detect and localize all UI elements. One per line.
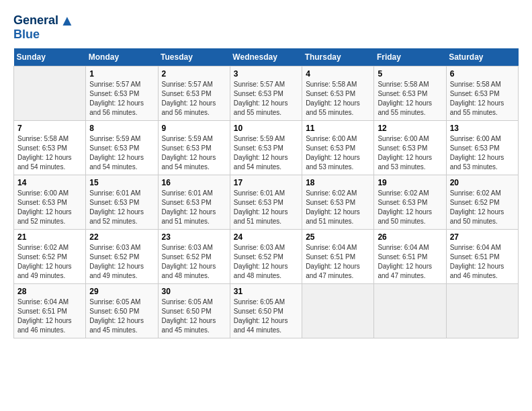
calendar-cell: 18Sunrise: 6:02 AM Sunset: 6:53 PM Dayli… [302, 175, 374, 229]
day-number: 31 [234, 287, 298, 296]
calendar-week-2: 7Sunrise: 5:58 AM Sunset: 6:53 PM Daylig… [14, 120, 519, 175]
day-header-monday: Monday [86, 48, 158, 66]
calendar-cell: 23Sunrise: 6:03 AM Sunset: 6:52 PM Dayli… [158, 229, 230, 283]
calendar-cell: 3Sunrise: 5:57 AM Sunset: 6:53 PM Daylig… [230, 66, 302, 120]
day-number: 13 [450, 124, 515, 133]
day-info: Sunrise: 5:58 AM Sunset: 6:53 PM Dayligh… [450, 80, 515, 118]
day-info: Sunrise: 5:58 AM Sunset: 6:53 PM Dayligh… [378, 80, 442, 118]
calendar-cell: 19Sunrise: 6:02 AM Sunset: 6:53 PM Dayli… [374, 175, 446, 229]
calendar-cell: 17Sunrise: 6:01 AM Sunset: 6:53 PM Dayli… [230, 175, 302, 229]
day-info: Sunrise: 6:05 AM Sunset: 6:50 PM Dayligh… [89, 298, 154, 335]
day-info: Sunrise: 5:58 AM Sunset: 6:53 PM Dayligh… [306, 80, 370, 118]
calendar-cell: 1Sunrise: 5:57 AM Sunset: 6:53 PM Daylig… [86, 66, 158, 120]
day-info: Sunrise: 6:02 AM Sunset: 6:52 PM Dayligh… [17, 243, 82, 281]
day-info: Sunrise: 6:00 AM Sunset: 6:53 PM Dayligh… [306, 134, 370, 172]
day-info: Sunrise: 6:03 AM Sunset: 6:52 PM Dayligh… [162, 243, 226, 281]
logo: General ▲ Blue [13, 13, 75, 42]
day-header-wednesday: Wednesday [230, 48, 302, 66]
day-info: Sunrise: 6:00 AM Sunset: 6:53 PM Dayligh… [450, 134, 515, 172]
day-number: 10 [234, 124, 298, 133]
calendar-cell: 2Sunrise: 5:57 AM Sunset: 6:53 PM Daylig… [158, 66, 230, 120]
calendar-cell: 22Sunrise: 6:03 AM Sunset: 6:52 PM Dayli… [86, 229, 158, 283]
calendar-cell: 29Sunrise: 6:05 AM Sunset: 6:50 PM Dayli… [86, 283, 158, 338]
day-info: Sunrise: 6:04 AM Sunset: 6:51 PM Dayligh… [306, 243, 370, 281]
calendar-cell [14, 66, 86, 120]
calendar-cell: 24Sunrise: 6:03 AM Sunset: 6:52 PM Dayli… [230, 229, 302, 283]
day-header-sunday: Sunday [14, 48, 86, 66]
calendar-cell: 21Sunrise: 6:02 AM Sunset: 6:52 PM Dayli… [14, 229, 86, 283]
day-number: 18 [306, 178, 370, 187]
day-header-saturday: Saturday [446, 48, 518, 66]
day-info: Sunrise: 6:03 AM Sunset: 6:52 PM Dayligh… [89, 243, 154, 281]
calendar-cell: 28Sunrise: 6:04 AM Sunset: 6:51 PM Dayli… [14, 283, 86, 338]
day-info: Sunrise: 5:57 AM Sunset: 6:53 PM Dayligh… [162, 80, 226, 118]
calendar-cell: 20Sunrise: 6:02 AM Sunset: 6:52 PM Dayli… [446, 175, 518, 229]
day-info: Sunrise: 5:57 AM Sunset: 6:53 PM Dayligh… [89, 80, 154, 118]
day-info: Sunrise: 6:03 AM Sunset: 6:52 PM Dayligh… [234, 243, 298, 281]
calendar-cell: 6Sunrise: 5:58 AM Sunset: 6:53 PM Daylig… [446, 66, 518, 120]
calendar-cell [302, 283, 374, 338]
calendar-week-3: 14Sunrise: 6:00 AM Sunset: 6:53 PM Dayli… [14, 175, 519, 229]
calendar-cell: 8Sunrise: 5:59 AM Sunset: 6:53 PM Daylig… [86, 120, 158, 175]
day-number: 8 [89, 124, 154, 133]
day-number: 1 [89, 69, 154, 79]
day-number: 3 [234, 69, 298, 79]
calendar-cell: 26Sunrise: 6:04 AM Sunset: 6:51 PM Dayli… [374, 229, 446, 283]
day-number: 15 [89, 178, 154, 187]
day-info: Sunrise: 6:02 AM Sunset: 6:53 PM Dayligh… [306, 189, 370, 226]
calendar-header: SundayMondayTuesdayWednesdayThursdayFrid… [14, 48, 519, 66]
calendar-cell [446, 283, 518, 338]
day-header-thursday: Thursday [302, 48, 374, 66]
calendar-cell: 14Sunrise: 6:00 AM Sunset: 6:53 PM Dayli… [14, 175, 86, 229]
calendar-table: SundayMondayTuesdayWednesdayThursdayFrid… [13, 48, 519, 338]
calendar-cell [374, 283, 446, 338]
day-info: Sunrise: 6:00 AM Sunset: 6:53 PM Dayligh… [378, 134, 442, 172]
day-number: 27 [450, 232, 515, 242]
day-info: Sunrise: 5:59 AM Sunset: 6:53 PM Dayligh… [89, 134, 154, 172]
day-info: Sunrise: 6:02 AM Sunset: 6:52 PM Dayligh… [450, 189, 515, 226]
day-number: 2 [162, 69, 226, 79]
day-number: 5 [378, 69, 442, 79]
day-info: Sunrise: 5:59 AM Sunset: 6:53 PM Dayligh… [234, 134, 298, 172]
calendar-cell: 12Sunrise: 6:00 AM Sunset: 6:53 PM Dayli… [374, 120, 446, 175]
calendar-cell: 30Sunrise: 6:05 AM Sunset: 6:50 PM Dayli… [158, 283, 230, 338]
day-number: 14 [17, 178, 82, 187]
day-info: Sunrise: 6:01 AM Sunset: 6:53 PM Dayligh… [89, 189, 154, 226]
calendar-cell: 16Sunrise: 6:01 AM Sunset: 6:53 PM Dayli… [158, 175, 230, 229]
day-info: Sunrise: 6:05 AM Sunset: 6:50 PM Dayligh… [162, 298, 226, 335]
day-number: 24 [234, 232, 298, 242]
day-header-tuesday: Tuesday [158, 48, 230, 66]
page-header: General ▲ Blue [13, 13, 519, 42]
day-number: 7 [17, 124, 82, 133]
logo-text-general: General [13, 14, 58, 28]
calendar-cell: 31Sunrise: 6:05 AM Sunset: 6:50 PM Dayli… [230, 283, 302, 338]
day-info: Sunrise: 6:01 AM Sunset: 6:53 PM Dayligh… [234, 189, 298, 226]
day-info: Sunrise: 6:01 AM Sunset: 6:53 PM Dayligh… [162, 189, 226, 226]
day-number: 25 [306, 232, 370, 242]
day-number: 20 [450, 178, 515, 187]
day-number: 22 [89, 232, 154, 242]
day-number: 17 [234, 178, 298, 187]
calendar-week-1: 1Sunrise: 5:57 AM Sunset: 6:53 PM Daylig… [14, 66, 519, 120]
day-info: Sunrise: 6:00 AM Sunset: 6:53 PM Dayligh… [17, 189, 82, 226]
calendar-cell: 5Sunrise: 5:58 AM Sunset: 6:53 PM Daylig… [374, 66, 446, 120]
calendar-cell: 13Sunrise: 6:00 AM Sunset: 6:53 PM Dayli… [446, 120, 518, 175]
day-info: Sunrise: 5:57 AM Sunset: 6:53 PM Dayligh… [234, 80, 298, 118]
calendar-cell: 7Sunrise: 5:58 AM Sunset: 6:53 PM Daylig… [14, 120, 86, 175]
calendar-cell: 9Sunrise: 5:59 AM Sunset: 6:53 PM Daylig… [158, 120, 230, 175]
day-info: Sunrise: 6:04 AM Sunset: 6:51 PM Dayligh… [378, 243, 442, 281]
day-info: Sunrise: 6:04 AM Sunset: 6:51 PM Dayligh… [450, 243, 515, 281]
day-number: 4 [306, 69, 370, 79]
day-info: Sunrise: 5:58 AM Sunset: 6:53 PM Dayligh… [17, 134, 82, 172]
day-number: 29 [89, 287, 154, 296]
calendar-cell: 25Sunrise: 6:04 AM Sunset: 6:51 PM Dayli… [302, 229, 374, 283]
day-number: 30 [162, 287, 226, 296]
day-number: 12 [378, 124, 442, 133]
logo-text-blue: Blue [13, 28, 40, 42]
day-number: 19 [378, 178, 442, 187]
calendar-cell: 27Sunrise: 6:04 AM Sunset: 6:51 PM Dayli… [446, 229, 518, 283]
calendar-week-5: 28Sunrise: 6:04 AM Sunset: 6:51 PM Dayli… [14, 283, 519, 338]
day-number: 26 [378, 232, 442, 242]
day-number: 9 [162, 124, 226, 133]
day-number: 28 [17, 287, 82, 296]
